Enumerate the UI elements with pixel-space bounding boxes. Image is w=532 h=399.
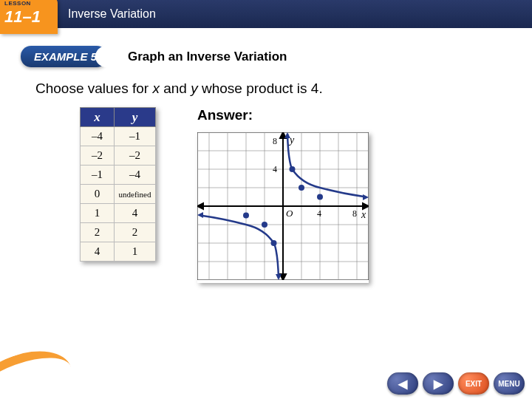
prev-icon: ◀	[398, 377, 407, 391]
var-y: y	[191, 81, 198, 96]
svg-text:4: 4	[273, 164, 277, 174]
prev-button[interactable]: ◀	[387, 372, 418, 395]
table-row: –1–4	[81, 166, 156, 185]
example-badge: EXAMPLE 5	[21, 46, 107, 67]
svg-text:8: 8	[352, 208, 357, 219]
nav-buttons: ◀ ▶ EXIT MENU	[387, 372, 525, 395]
lesson-header: LESSON 11–1 Inverse Variation	[0, 0, 532, 28]
answer-column: Answer:	[197, 107, 369, 283]
lesson-tab: LESSON 11–1	[0, 0, 58, 34]
instruction-mid: and	[160, 81, 191, 96]
instruction-pre: Choose values for	[35, 81, 152, 96]
origin-label: O	[286, 208, 293, 219]
table-row: 22	[81, 223, 156, 242]
var-x: x	[152, 81, 160, 96]
svg-point-35	[299, 185, 304, 191]
x-axis-label: x	[361, 209, 366, 220]
col-header-x: x	[81, 108, 115, 127]
instruction-text: Choose values for x and y whose product …	[35, 81, 532, 97]
exit-button[interactable]: EXIT	[458, 372, 489, 395]
svg-point-36	[317, 194, 323, 200]
footer: ◀ ▶ EXIT MENU	[0, 369, 532, 399]
col-header-y: y	[115, 108, 156, 127]
inverse-variation-graph: y x O 4 8 4 8	[197, 132, 369, 283]
example-title: Graph an Inverse Variation	[128, 50, 287, 64]
lesson-number: 11–1	[4, 7, 41, 27]
table-row: 14	[81, 204, 156, 223]
data-table: x y –4–1 –2–2 –1–4 0undefined 14 22 41	[80, 107, 156, 262]
svg-point-33	[271, 240, 277, 246]
table-row: 41	[81, 242, 156, 262]
next-icon: ▶	[434, 377, 443, 391]
lesson-label: LESSON	[4, 0, 31, 7]
svg-point-32	[262, 222, 267, 228]
answer-label: Answer:	[197, 107, 369, 123]
instruction-post: whose product is 4.	[198, 81, 323, 96]
svg-point-34	[290, 166, 296, 172]
menu-button[interactable]: MENU	[494, 372, 525, 395]
swoosh-decoration	[0, 338, 81, 399]
svg-point-31	[243, 213, 249, 219]
table-row: –2–2	[81, 146, 156, 166]
table-row: –4–1	[81, 127, 156, 146]
topic-title: Inverse Variation	[68, 7, 156, 21]
svg-text:4: 4	[317, 208, 321, 219]
table-row: 0undefined	[81, 185, 156, 204]
next-button[interactable]: ▶	[423, 372, 454, 395]
content-area: x y –4–1 –2–2 –1–4 0undefined 14 22 41 A…	[80, 107, 532, 283]
svg-text:8: 8	[273, 136, 277, 146]
example-row: EXAMPLE 5 Graph an Inverse Variation	[21, 46, 532, 67]
